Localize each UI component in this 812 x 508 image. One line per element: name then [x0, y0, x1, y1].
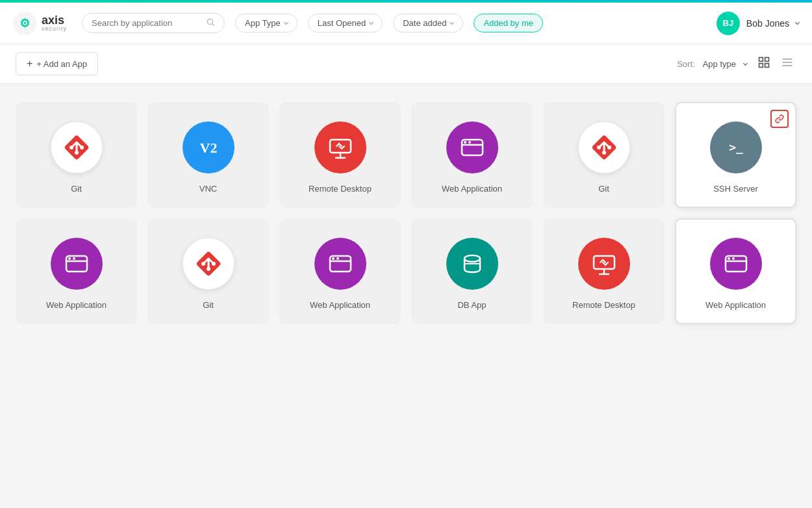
svg-point-39 — [336, 257, 339, 260]
svg-point-33 — [201, 262, 205, 266]
app-card[interactable]: V2 VNC — [147, 102, 269, 208]
app-card[interactable]: Git — [147, 218, 269, 324]
svg-point-34 — [207, 267, 210, 271]
app-card[interactable]: Git — [543, 102, 665, 208]
app-name: Git — [71, 184, 82, 194]
svg-point-38 — [332, 257, 335, 260]
filter-app-type[interactable]: App Type — [235, 14, 298, 32]
search-container[interactable] — [82, 13, 225, 33]
svg-point-48 — [732, 257, 735, 260]
svg-line-3 — [212, 24, 214, 26]
app-icon — [578, 238, 630, 290]
logo-text: axis security — [42, 14, 67, 32]
svg-rect-42 — [594, 256, 615, 269]
svg-rect-7 — [765, 64, 769, 68]
user-chevron-icon — [795, 20, 800, 25]
app-name: Git — [203, 300, 214, 310]
filter-last-opened[interactable]: Last Opened — [308, 14, 383, 32]
app-icon — [446, 238, 498, 290]
app-card[interactable]: Git — [16, 102, 137, 208]
link-badge — [770, 110, 789, 128]
app-name: VNC — [199, 184, 217, 194]
svg-point-24 — [597, 146, 601, 149]
plus-icon: + — [27, 58, 32, 70]
sort-controls: Sort: App type — [677, 53, 796, 74]
svg-text:>_: >_ — [729, 140, 743, 154]
app-icon — [183, 238, 235, 290]
app-name: Web Application — [310, 300, 370, 310]
app-icon — [710, 238, 762, 290]
svg-text:⚙: ⚙ — [19, 17, 30, 30]
app-card[interactable]: Web Application — [411, 102, 533, 208]
search-input[interactable] — [92, 18, 201, 28]
app-icon — [446, 121, 498, 173]
app-name: DB App — [457, 300, 486, 310]
logo-sub: security — [42, 26, 67, 32]
app-icon — [578, 121, 630, 173]
svg-point-31 — [73, 257, 75, 260]
filter-date-added[interactable]: Date added — [393, 14, 463, 32]
app-icon — [51, 238, 103, 290]
app-name: SSH Server — [713, 184, 758, 194]
sort-chevron-icon[interactable] — [743, 60, 748, 65]
svg-point-13 — [75, 151, 79, 155]
chevron-down-icon — [450, 20, 454, 25]
logo: ⚙ axis security — [13, 12, 71, 35]
axis-logo-icon: ⚙ — [13, 12, 36, 35]
svg-point-2 — [207, 19, 212, 24]
grid-view-button[interactable] — [755, 53, 773, 74]
svg-rect-16 — [330, 140, 351, 153]
app-name: Web Application — [705, 300, 766, 310]
app-icon: >_ — [710, 121, 762, 173]
app-name: Web Application — [46, 300, 107, 310]
svg-point-26 — [607, 146, 611, 149]
user-menu[interactable]: BJ Bob Jones — [717, 12, 799, 35]
view-toggle — [755, 53, 796, 74]
avatar: BJ — [717, 12, 740, 35]
svg-point-21 — [464, 141, 466, 144]
sort-value: App type — [703, 59, 736, 69]
app-name: Remote Desktop — [572, 300, 635, 310]
svg-point-14 — [80, 146, 84, 149]
svg-point-22 — [468, 141, 471, 144]
app-icon: V2 — [183, 121, 235, 173]
svg-point-25 — [602, 151, 606, 155]
app-icon — [51, 121, 103, 173]
svg-point-30 — [68, 257, 71, 260]
svg-point-12 — [70, 146, 73, 149]
app-name: Git — [598, 184, 609, 194]
add-app-button[interactable]: + + Add an App — [16, 52, 98, 75]
app-card[interactable]: Web Application — [16, 218, 137, 324]
app-card[interactable]: Remote Desktop — [543, 218, 665, 324]
filter-added-by-me[interactable]: Added by me — [474, 14, 543, 32]
app-name: Web Application — [442, 184, 502, 194]
logo-name: axis — [42, 14, 67, 26]
svg-point-40 — [464, 255, 480, 262]
svg-point-35 — [212, 262, 216, 266]
app-card[interactable]: Remote Desktop — [279, 102, 401, 208]
svg-point-47 — [728, 257, 730, 260]
svg-rect-5 — [765, 58, 769, 62]
chevron-down-icon — [369, 20, 374, 25]
app-card[interactable]: Web Application — [675, 218, 796, 324]
app-card[interactable]: >_ SSH Server — [675, 102, 796, 208]
list-view-button[interactable] — [778, 53, 796, 74]
toolbar: + + Add an App Sort: App type — [0, 44, 812, 84]
svg-text:V2: V2 — [199, 140, 217, 156]
app-name: Remote Desktop — [309, 184, 372, 194]
app-grid: Git V2 VNC Remote Desktop Web — [16, 102, 796, 324]
svg-rect-6 — [759, 64, 763, 68]
svg-rect-4 — [759, 58, 763, 62]
app-icon — [314, 121, 366, 173]
sort-label: Sort: — [677, 59, 694, 69]
main-content: Git V2 VNC Remote Desktop Web — [0, 84, 812, 342]
user-name: Bob Jones — [746, 18, 789, 29]
search-icon — [206, 18, 215, 29]
chevron-down-icon — [284, 20, 288, 25]
app-icon — [314, 238, 366, 290]
app-card[interactable]: DB App — [411, 218, 533, 324]
header: ⚙ axis security App Type Last Opened Dat… — [0, 3, 812, 44]
app-card[interactable]: Web Application — [279, 218, 401, 324]
